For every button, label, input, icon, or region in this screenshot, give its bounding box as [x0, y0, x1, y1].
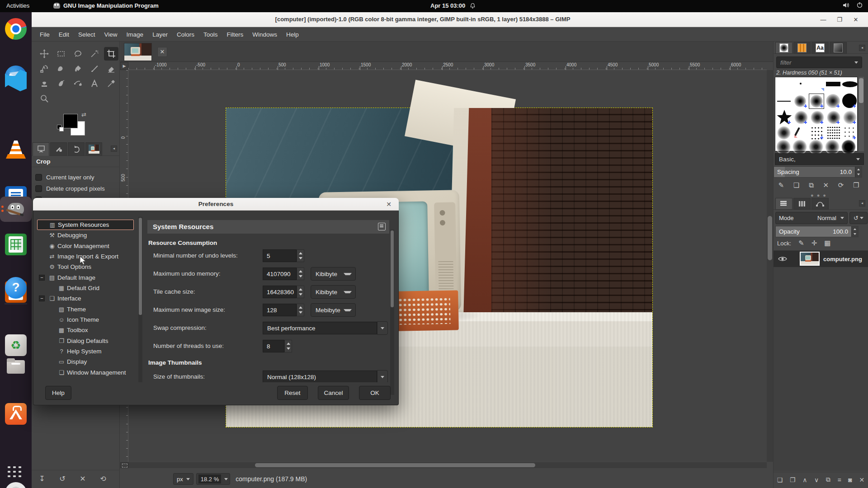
canvas-horizontal-scrollbar[interactable] — [128, 462, 767, 468]
tab-patterns[interactable] — [793, 42, 811, 54]
trash-icon[interactable]: ♻ — [5, 334, 27, 356]
image-tab-close-icon[interactable]: ✕ — [157, 47, 167, 57]
ok-button[interactable]: OK — [359, 386, 391, 400]
merge-layer-icon[interactable]: ≡ — [838, 476, 841, 483]
sidebar-item-default-image[interactable]: − ▤Default Image — [37, 272, 134, 283]
free-select-tool[interactable] — [71, 47, 85, 61]
sidebar-item-color-management[interactable]: ◉Color Management — [37, 241, 134, 251]
checkbox[interactable] — [35, 174, 42, 181]
cancel-button[interactable]: Cancel — [318, 386, 349, 400]
move-tool[interactable] — [37, 47, 52, 61]
fg-bg-color-widget[interactable]: ⇄ — [63, 114, 90, 139]
lock-pixels-icon[interactable]: ✎ — [798, 239, 804, 247]
clock-menu[interactable]: Apr 15 03:00 — [430, 2, 476, 9]
maximize-button[interactable]: ❐ — [835, 15, 844, 25]
threads-spinner[interactable] — [284, 340, 292, 352]
undo-levels-spinner[interactable] — [297, 249, 304, 262]
checkbox[interactable] — [35, 185, 42, 192]
sidebar-scrollbar[interactable] — [138, 217, 142, 382]
save-tool-preset-icon[interactable]: ↧ — [34, 473, 50, 485]
help-button[interactable]: Help — [45, 386, 71, 400]
menu-edit[interactable]: Edit — [54, 29, 74, 40]
ink-tool[interactable] — [71, 77, 85, 90]
layer-visibility-icon[interactable] — [778, 256, 787, 262]
gimp-dock-highlight[interactable] — [0, 197, 32, 222]
default-colors-icon[interactable] — [57, 125, 62, 130]
thumbnail-size-select[interactable]: Normal (128x128) — [263, 371, 377, 382]
lock-position-icon[interactable]: ✛ — [811, 239, 817, 247]
sidebar-item-debugging[interactable]: ⚒Debugging — [37, 230, 134, 240]
focused-app-menu[interactable]: GNU Image Manipulation Program — [53, 2, 159, 9]
layer-row[interactable]: computer.png — [774, 251, 868, 267]
swap-compression-chevron[interactable] — [377, 321, 388, 335]
preferences-close-icon[interactable]: ✕ — [384, 200, 393, 209]
opacity-spinner[interactable] — [851, 226, 858, 237]
lower-layer-icon[interactable]: ∨ — [814, 476, 819, 483]
spacing-slider[interactable]: Spacing 10.0 — [774, 166, 862, 178]
thumbnail-size-chevron[interactable] — [377, 370, 388, 382]
spacing-spinner[interactable] — [855, 167, 862, 177]
foreground-color-swatch[interactable] — [63, 114, 78, 128]
warp-tool[interactable] — [54, 62, 68, 75]
max-image-size-unit-select[interactable]: Mebibyte — [311, 303, 356, 317]
sidebar-item-theme[interactable]: ▧Theme — [37, 304, 134, 314]
help-icon[interactable]: ? — [5, 277, 27, 299]
color-picker-tool[interactable] — [104, 77, 118, 90]
tab-gradients[interactable] — [830, 42, 847, 54]
edit-brush-icon[interactable]: ✎ — [778, 181, 784, 189]
tab-image-thumbnail[interactable] — [85, 142, 102, 156]
delete-brush-icon[interactable]: ✕ — [823, 181, 829, 189]
lock-alpha-icon[interactable]: ▦ — [824, 239, 830, 247]
content-scrollbar[interactable] — [390, 230, 394, 395]
brush-group-select[interactable]: Basic, — [775, 153, 864, 165]
fuzzy-select-tool[interactable] — [87, 47, 102, 61]
undo-memory-input[interactable]: 4107090 — [263, 267, 297, 280]
option-delete-cropped-pixels[interactable]: Delete cropped pixels — [35, 183, 105, 194]
vlc-icon[interactable] — [5, 139, 27, 160]
disk-icon[interactable] — [5, 482, 27, 488]
horizontal-ruler[interactable]: -1000 -500 0 500 1000 1500 2000 2500 300… — [128, 62, 767, 70]
tile-cache-input[interactable]: 16428360 — [263, 286, 297, 298]
new-layer-icon[interactable]: ❏ — [777, 476, 783, 483]
eraser-tool[interactable] — [104, 62, 118, 75]
layer-mode-select[interactable]: Mode Normal — [775, 212, 848, 224]
undo-memory-unit-select[interactable]: Kibibyte — [311, 267, 356, 281]
menu-select[interactable]: Select — [74, 29, 100, 40]
max-image-size-input[interactable]: 128 — [263, 304, 297, 316]
quick-mask-toggle[interactable] — [120, 462, 128, 468]
sidebar-item-display[interactable]: ▭Display — [37, 357, 134, 367]
rectangle-select-tool[interactable] — [54, 47, 68, 61]
raise-layer-icon[interactable]: ∧ — [802, 476, 807, 483]
undo-memory-spinner[interactable] — [297, 267, 304, 280]
menu-image[interactable]: Image — [122, 29, 148, 40]
sidebar-item-window-management[interactable]: ❏Window Management — [37, 367, 134, 378]
tab-undo-history[interactable] — [68, 142, 85, 156]
zoom-select[interactable]: 18.2 % — [196, 473, 230, 485]
layer-thumbnail[interactable] — [800, 252, 820, 266]
collapse-expander-icon[interactable]: − — [39, 275, 45, 281]
smudge-tool[interactable] — [54, 77, 68, 90]
sidebar-item-system-resources[interactable]: ▥System Resources — [37, 220, 134, 230]
sidebar-item-help-system[interactable]: ?Help System — [37, 346, 134, 357]
image-tab[interactable] — [124, 43, 152, 61]
brush-grid-scrollbar[interactable] — [859, 77, 864, 151]
tile-cache-spinner[interactable] — [297, 286, 304, 298]
sidebar-item-interface[interactable]: − ❑Interface — [37, 293, 134, 304]
zoom-tool[interactable] — [37, 92, 52, 105]
system-tray[interactable] — [843, 2, 863, 8]
dock-menu-arrow-icon[interactable]: ◂ — [859, 45, 865, 51]
layer-list[interactable]: computer.png — [774, 250, 868, 471]
ruler-origin-button[interactable]: ▶ — [120, 62, 128, 70]
ubuntu-software-icon[interactable] — [5, 403, 27, 425]
add-mask-icon[interactable]: ◙ — [848, 476, 852, 483]
brush-grid[interactable] — [775, 77, 858, 151]
show-applications-icon[interactable] — [8, 466, 24, 480]
reset-tool-options-icon[interactable]: ⟲ — [95, 473, 111, 485]
tab-fonts[interactable]: Aa — [811, 42, 829, 54]
delete-tool-preset-icon[interactable]: ✕ — [75, 473, 90, 485]
bucket-fill-tool[interactable] — [71, 62, 85, 75]
tab-device-status[interactable] — [50, 142, 67, 156]
swap-compression-select[interactable]: Best performance — [263, 322, 377, 334]
sidebar-item-default-grid[interactable]: ▦Default Grid — [37, 283, 134, 293]
brush-filter-input[interactable]: filter — [776, 56, 862, 68]
